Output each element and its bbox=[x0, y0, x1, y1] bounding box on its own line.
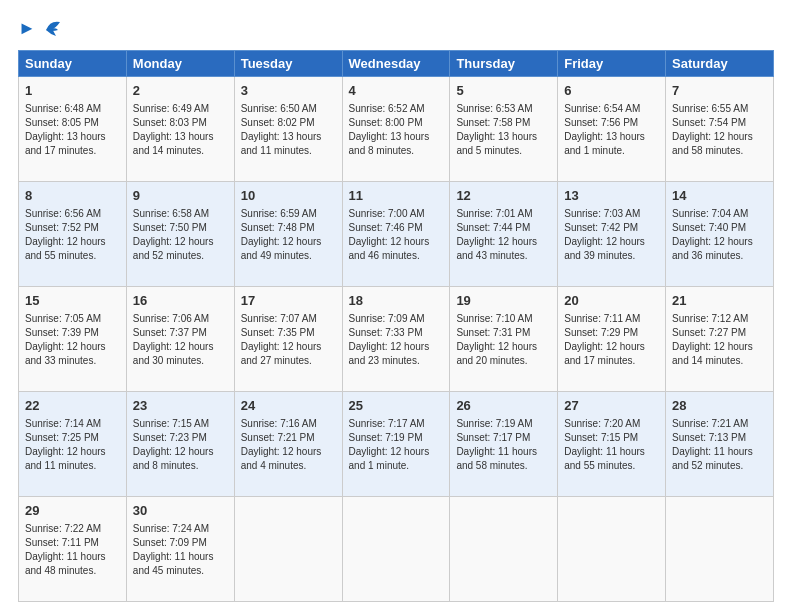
day-info: and 55 minutes. bbox=[25, 249, 120, 263]
day-number: 27 bbox=[564, 397, 659, 415]
day-info: and 33 minutes. bbox=[25, 354, 120, 368]
day-info: Sunrise: 7:14 AM bbox=[25, 417, 120, 431]
day-info: Sunrise: 7:05 AM bbox=[25, 312, 120, 326]
day-info: Daylight: 12 hours bbox=[241, 235, 336, 249]
day-info: and 5 minutes. bbox=[456, 144, 551, 158]
day-info: Daylight: 11 hours bbox=[672, 445, 767, 459]
day-info: Sunset: 7:37 PM bbox=[133, 326, 228, 340]
day-info: Daylight: 12 hours bbox=[25, 340, 120, 354]
calendar-cell: 13Sunrise: 7:03 AMSunset: 7:42 PMDayligh… bbox=[558, 182, 666, 287]
day-info: Sunrise: 7:21 AM bbox=[672, 417, 767, 431]
calendar-cell: 23Sunrise: 7:15 AMSunset: 7:23 PMDayligh… bbox=[126, 392, 234, 497]
day-info: Sunrise: 7:03 AM bbox=[564, 207, 659, 221]
calendar-cell: 2Sunrise: 6:49 AMSunset: 8:03 PMDaylight… bbox=[126, 77, 234, 182]
day-info: and 11 minutes. bbox=[25, 459, 120, 473]
calendar-cell: 5Sunrise: 6:53 AMSunset: 7:58 PMDaylight… bbox=[450, 77, 558, 182]
day-info: Sunset: 7:33 PM bbox=[349, 326, 444, 340]
day-info: Daylight: 13 hours bbox=[133, 130, 228, 144]
day-info: and 14 minutes. bbox=[672, 354, 767, 368]
day-info: Sunrise: 7:11 AM bbox=[564, 312, 659, 326]
calendar-cell: 21Sunrise: 7:12 AMSunset: 7:27 PMDayligh… bbox=[666, 287, 774, 392]
day-number: 21 bbox=[672, 292, 767, 310]
day-info: Sunrise: 7:16 AM bbox=[241, 417, 336, 431]
day-info: Sunset: 7:11 PM bbox=[25, 536, 120, 550]
calendar-cell: 19Sunrise: 7:10 AMSunset: 7:31 PMDayligh… bbox=[450, 287, 558, 392]
day-info: Daylight: 11 hours bbox=[456, 445, 551, 459]
day-number: 8 bbox=[25, 187, 120, 205]
day-info: Sunrise: 7:09 AM bbox=[349, 312, 444, 326]
day-info: Sunrise: 6:53 AM bbox=[456, 102, 551, 116]
header-cell-thursday: Thursday bbox=[450, 51, 558, 77]
day-number: 17 bbox=[241, 292, 336, 310]
day-info: and 23 minutes. bbox=[349, 354, 444, 368]
day-info: Sunrise: 7:12 AM bbox=[672, 312, 767, 326]
day-info: Sunrise: 6:55 AM bbox=[672, 102, 767, 116]
header-cell-saturday: Saturday bbox=[666, 51, 774, 77]
day-info: Daylight: 12 hours bbox=[349, 340, 444, 354]
day-info: Daylight: 13 hours bbox=[241, 130, 336, 144]
day-number: 20 bbox=[564, 292, 659, 310]
day-info: Sunset: 7:35 PM bbox=[241, 326, 336, 340]
day-number: 10 bbox=[241, 187, 336, 205]
header-cell-wednesday: Wednesday bbox=[342, 51, 450, 77]
day-number: 11 bbox=[349, 187, 444, 205]
header-cell-tuesday: Tuesday bbox=[234, 51, 342, 77]
day-info: Daylight: 12 hours bbox=[133, 445, 228, 459]
day-info: and 58 minutes. bbox=[456, 459, 551, 473]
day-number: 14 bbox=[672, 187, 767, 205]
page-header: ► bbox=[18, 18, 774, 40]
day-info: Daylight: 12 hours bbox=[456, 235, 551, 249]
day-number: 5 bbox=[456, 82, 551, 100]
calendar-cell bbox=[558, 497, 666, 602]
day-info: Daylight: 12 hours bbox=[672, 235, 767, 249]
day-info: Daylight: 12 hours bbox=[349, 235, 444, 249]
logo-text: ► bbox=[18, 19, 36, 39]
day-info: and 11 minutes. bbox=[241, 144, 336, 158]
calendar-cell: 8Sunrise: 6:56 AMSunset: 7:52 PMDaylight… bbox=[19, 182, 127, 287]
day-info: Daylight: 12 hours bbox=[672, 340, 767, 354]
day-info: and 8 minutes. bbox=[133, 459, 228, 473]
day-number: 3 bbox=[241, 82, 336, 100]
calendar-cell: 9Sunrise: 6:58 AMSunset: 7:50 PMDaylight… bbox=[126, 182, 234, 287]
calendar-cell: 10Sunrise: 6:59 AMSunset: 7:48 PMDayligh… bbox=[234, 182, 342, 287]
day-info: Sunset: 7:23 PM bbox=[133, 431, 228, 445]
day-number: 26 bbox=[456, 397, 551, 415]
day-info: Sunset: 7:25 PM bbox=[25, 431, 120, 445]
day-number: 30 bbox=[133, 502, 228, 520]
calendar-header-row: SundayMondayTuesdayWednesdayThursdayFrid… bbox=[19, 51, 774, 77]
calendar-cell: 16Sunrise: 7:06 AMSunset: 7:37 PMDayligh… bbox=[126, 287, 234, 392]
day-info: Sunset: 7:50 PM bbox=[133, 221, 228, 235]
calendar-week-row: 15Sunrise: 7:05 AMSunset: 7:39 PMDayligh… bbox=[19, 287, 774, 392]
day-number: 15 bbox=[25, 292, 120, 310]
day-number: 2 bbox=[133, 82, 228, 100]
day-info: Daylight: 13 hours bbox=[564, 130, 659, 144]
calendar-week-row: 29Sunrise: 7:22 AMSunset: 7:11 PMDayligh… bbox=[19, 497, 774, 602]
day-info: Sunrise: 6:56 AM bbox=[25, 207, 120, 221]
day-info: Daylight: 13 hours bbox=[456, 130, 551, 144]
calendar-cell bbox=[342, 497, 450, 602]
day-info: Sunrise: 6:48 AM bbox=[25, 102, 120, 116]
calendar-cell: 24Sunrise: 7:16 AMSunset: 7:21 PMDayligh… bbox=[234, 392, 342, 497]
calendar-cell bbox=[234, 497, 342, 602]
calendar-cell: 1Sunrise: 6:48 AMSunset: 8:05 PMDaylight… bbox=[19, 77, 127, 182]
day-number: 29 bbox=[25, 502, 120, 520]
logo-bird-icon bbox=[38, 18, 64, 40]
day-number: 6 bbox=[564, 82, 659, 100]
day-info: Sunset: 7:46 PM bbox=[349, 221, 444, 235]
day-info: Sunset: 7:52 PM bbox=[25, 221, 120, 235]
day-info: and 14 minutes. bbox=[133, 144, 228, 158]
day-info: Sunset: 7:31 PM bbox=[456, 326, 551, 340]
day-number: 12 bbox=[456, 187, 551, 205]
day-info: Daylight: 12 hours bbox=[133, 235, 228, 249]
day-number: 4 bbox=[349, 82, 444, 100]
day-info: Sunset: 7:42 PM bbox=[564, 221, 659, 235]
calendar-table: SundayMondayTuesdayWednesdayThursdayFrid… bbox=[18, 50, 774, 602]
day-info: Sunset: 7:27 PM bbox=[672, 326, 767, 340]
calendar-cell: 29Sunrise: 7:22 AMSunset: 7:11 PMDayligh… bbox=[19, 497, 127, 602]
day-info: Sunrise: 7:24 AM bbox=[133, 522, 228, 536]
header-cell-friday: Friday bbox=[558, 51, 666, 77]
day-number: 7 bbox=[672, 82, 767, 100]
day-info: Sunrise: 6:58 AM bbox=[133, 207, 228, 221]
calendar-cell bbox=[450, 497, 558, 602]
day-info: and 45 minutes. bbox=[133, 564, 228, 578]
